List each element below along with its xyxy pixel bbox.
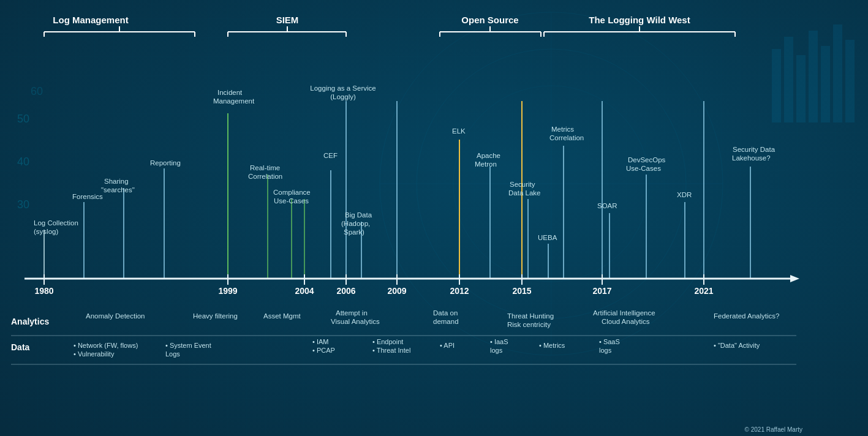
svg-text:Lakehouse?: Lakehouse? [732,154,771,162]
label-compliance: Compliance [273,189,311,196]
label-security-lakehouse: Security Data [733,146,776,153]
svg-text:60: 60 [31,85,43,97]
svg-text:50: 50 [17,113,29,125]
label-ueba: UEBA [538,234,557,241]
year-2015: 2015 [512,286,531,296]
svg-rect-5 [772,49,781,122]
label-metrics-corr: Metrics [551,126,574,133]
svg-rect-6 [784,37,793,122]
svg-text:Spark): Spark) [344,228,364,236]
label-security-data-lake: Security [510,181,535,188]
year-2009: 2009 [387,286,406,296]
era-open-source-label: Open Source [461,15,518,25]
data-iam: • IAM [312,338,328,345]
year-2006: 2006 [336,286,355,296]
analytics-ai: Artificial Intelligence [593,309,655,317]
label-sharing: Sharing [104,178,129,185]
svg-text:Correlation: Correlation [248,173,282,180]
label-log-collection: Log Collection [34,219,78,227]
svg-rect-8 [809,31,818,122]
data-network: • Network (FW, flows) [74,342,138,349]
svg-text:Correlation: Correlation [549,134,584,141]
label-real-time: Real-time [250,164,280,171]
year-1980: 1980 [34,286,53,296]
analytics-federated: Federated Analytics? [714,312,779,320]
timeline-svg: 50 40 30 60 Log Management SIEM Open Sou… [0,0,868,436]
analytics-attempt: Attempt in [336,309,368,317]
svg-text:• Vulnerability: • Vulnerability [74,350,115,358]
label-apache-metron: Apache [477,152,500,159]
timeline-arrow [790,275,799,282]
label-cef: CEF [323,152,338,159]
era-wild-west-label: The Logging Wild West [589,15,690,25]
era-siem-label: SIEM [276,15,299,25]
svg-text:Visual Analytics: Visual Analytics [331,318,380,325]
label-devsecops: DevSecOps [628,156,666,164]
svg-rect-10 [833,24,842,122]
svg-text:(syslog): (syslog) [34,228,58,235]
year-2021: 2021 [694,286,713,296]
analytics-section-title: Analytics [11,317,49,326]
main-content: 50 40 30 60 Log Management SIEM Open Sou… [0,0,868,436]
data-system: • System Event [165,342,211,349]
era-log-management-label: Log Management [53,15,128,25]
analytics-risk: Risk centricity [507,321,551,328]
label-forensics: Forensics [72,193,103,200]
data-activity: • "Data" Activity [714,342,760,349]
data-api: • API [440,342,455,349]
svg-text:• PCAP: • PCAP [312,347,335,354]
data-section-title: Data [11,342,30,352]
svg-text:Use-Cases: Use-Cases [626,165,661,172]
svg-text:• Threat Intel: • Threat Intel [372,347,410,354]
label-xdr: XDR [677,191,692,198]
svg-text:logs: logs [490,347,503,354]
svg-text:demand: demand [433,318,459,325]
svg-text:logs: logs [599,347,612,354]
svg-text:"searches": "searches" [101,186,135,194]
analytics-heavy: Heavy filtering [193,312,238,320]
label-soar: SOAR [597,202,617,209]
svg-text:Management: Management [213,97,255,105]
svg-text:30: 30 [17,198,29,211]
data-saas: • SaaS [599,338,620,345]
svg-text:Data Lake: Data Lake [508,189,540,197]
label-incident-mgmt: Incident [217,89,243,96]
svg-text:(Loggly): (Loggly) [330,93,356,100]
svg-rect-7 [796,55,806,122]
data-iaas: • IaaS [490,338,508,345]
label-logging-service: Logging as a Service [310,85,376,92]
data-endpoint: • Endpoint [372,338,403,345]
analytics-asset: Asset Mgmt [263,312,301,320]
label-elk: ELK [452,127,466,135]
svg-rect-11 [845,40,855,122]
year-2012: 2012 [450,286,469,296]
label-big-data: Big Data [345,211,372,219]
svg-text:Use-Cases: Use-Cases [274,197,309,205]
svg-rect-9 [821,46,830,122]
svg-text:40: 40 [17,156,29,168]
label-reporting: Reporting [150,159,181,167]
year-2017: 2017 [592,286,611,296]
svg-text:Metron: Metron [475,160,497,168]
analytics-data-demand: Data on [433,309,458,317]
copyright: © 2021 Raffael Marty [745,426,802,433]
analytics-cloud: Cloud Analytics [602,318,650,325]
year-1999: 1999 [218,286,237,296]
analytics-threat: Threat Hunting [507,312,554,320]
year-2004: 2004 [295,286,314,296]
data-metrics: • Metrics [539,342,565,349]
svg-text:Logs: Logs [165,350,180,358]
svg-text:(Hadoop,: (Hadoop, [341,220,370,227]
analytics-anomaly: Anomaly Detection [86,312,145,320]
